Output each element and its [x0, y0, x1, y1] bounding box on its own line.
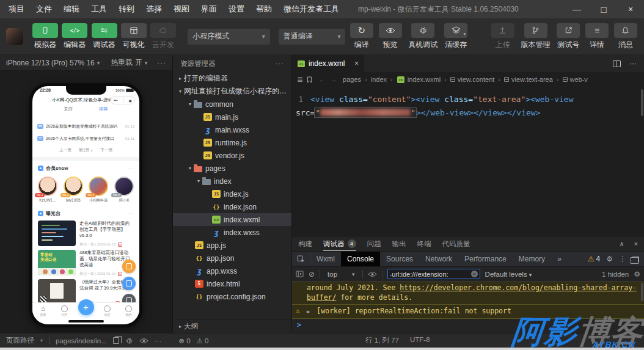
devtools-settings-icon[interactable]: ⚙: [606, 255, 613, 263]
panel-tab-debugger[interactable]: 调试器4: [323, 237, 356, 251]
console-scrollbar[interactable]: [641, 283, 643, 301]
feed-item[interactable]: 2026最新版本刺激零撸城程子系统源码 01-12: [37, 122, 134, 131]
preview-button[interactable]: 预览: [378, 23, 403, 50]
errors-counter[interactable]: ⊗ 0: [178, 337, 190, 345]
miniapp-capsule[interactable]: ••• ◉: [111, 96, 135, 104]
warnings-counter[interactable]: ⚠ 0: [197, 337, 209, 345]
tabbar-me[interactable]: 我的: [121, 305, 137, 316]
toggle-visual[interactable]: 可视化: [120, 23, 147, 50]
tree-file-vendor-js[interactable]: JSvendor.js: [173, 149, 291, 162]
crumb-index-wxml[interactable]: <>index.wxml: [397, 76, 441, 84]
menu-help[interactable]: 帮助: [256, 4, 272, 15]
code-area[interactable]: 1 <view class="content"><view class="tex…: [292, 87, 644, 120]
menu-edit[interactable]: 编辑: [64, 4, 79, 15]
menu-goto[interactable]: 转到: [119, 4, 134, 15]
floating-action-orange[interactable]: [122, 260, 136, 273]
section-outline[interactable]: ▸ 大纲: [173, 319, 291, 333]
simulator-more-button[interactable]: ···: [157, 59, 166, 67]
tree-file-index-js[interactable]: JSindex.js: [173, 188, 291, 200]
compile-mode-select[interactable]: 普通编译 ▾: [279, 29, 346, 45]
user-avatar[interactable]: [6, 28, 23, 45]
devtools-tab-memory[interactable]: Memory: [513, 252, 551, 266]
filter-input[interactable]: [390, 271, 470, 278]
eye-icon[interactable]: [368, 271, 377, 277]
bug-icon[interactable]: [125, 337, 133, 345]
devtools-tab-network[interactable]: Network: [419, 252, 458, 266]
floating-action-blue[interactable]: [122, 277, 136, 290]
mode-select[interactable]: 小程序模式 ▾: [188, 29, 270, 45]
page-select[interactable]: 第1页 ∨: [79, 147, 93, 153]
version-control-button[interactable]: 版本管理: [519, 23, 552, 50]
eye-icon[interactable]: [139, 338, 148, 344]
tab-recommend[interactable]: 推荐: [99, 106, 108, 112]
clear-console-icon[interactable]: ⊘: [309, 270, 315, 279]
encoding[interactable]: UTF-8: [410, 336, 430, 345]
toggle-debugger[interactable]: 调试器: [90, 23, 117, 50]
messages-button[interactable]: 消息: [613, 23, 638, 50]
section-more-button[interactable]: ···: [127, 211, 134, 216]
menu-select[interactable]: 选择: [146, 4, 162, 15]
bookmark-icon[interactable]: [307, 76, 312, 83]
crumb-pages[interactable]: pages: [343, 76, 361, 83]
expand-icon[interactable]: ▶: [307, 308, 310, 315]
crumb-web-view[interactable]: web-v: [563, 76, 588, 83]
menu-settings[interactable]: 设置: [229, 4, 244, 15]
panel-close-icon[interactable]: ×: [634, 240, 638, 248]
tree-file-index-json[interactable]: {}index.json: [173, 200, 291, 213]
tree-file-index-wxml[interactable]: <>index.wxml: [173, 213, 291, 226]
hot-reload-toggle[interactable]: 热重载 开: [111, 57, 142, 68]
member-item[interactable]: No.3 小K网牛逼: [86, 177, 111, 203]
tree-file-app-json[interactable]: {}app.json: [173, 252, 291, 264]
log-levels-select[interactable]: Default levels ▾: [485, 271, 532, 278]
toggle-editor[interactable]: </> 编辑器: [61, 23, 88, 50]
capsule-close-icon[interactable]: ◉: [128, 98, 131, 103]
warning-counter[interactable]: ⚠ 4: [588, 255, 600, 263]
devtools-tab-console[interactable]: Console: [341, 252, 380, 266]
tab-index-wxml[interactable]: <> index.wxml ×: [292, 55, 364, 72]
tree-folder-index[interactable]: ▾ index: [173, 175, 291, 188]
crumb-view-text-area[interactable]: view.text-area: [504, 76, 553, 83]
panel-tab-code-quality[interactable]: 代码质量: [442, 237, 470, 251]
tree-file-runtime-js[interactable]: JSruntime.js: [173, 136, 291, 149]
next-page-button[interactable]: 下一页: [100, 147, 112, 153]
devtools-menu-icon[interactable]: ⋮: [619, 255, 626, 263]
devtools-tab-sources[interactable]: Sources: [380, 252, 419, 266]
split-editor-icon[interactable]: [613, 60, 621, 67]
section-more-button[interactable]: ···: [127, 166, 134, 171]
minimize-button[interactable]: —: [563, 0, 590, 18]
tab-follow[interactable]: 关注: [64, 106, 73, 112]
close-button[interactable]: ×: [617, 0, 644, 18]
panel-tab-output[interactable]: 输出: [392, 237, 406, 251]
tabbar-feed[interactable]: 动态: [100, 305, 115, 316]
article-item[interactable]: 零基础英语口语 488集零基础英语口语动画，场景化学习轻松开口说英语 最佳一章 …: [38, 250, 134, 277]
devtools-tab-performance[interactable]: Performance: [458, 252, 513, 266]
context-select[interactable]: top ▾: [325, 271, 357, 278]
menu-devtools[interactable]: 微信开发者工具: [284, 4, 339, 15]
tree-file-app-wxss[interactable]: ʒapp.wxss: [173, 264, 291, 277]
section-project-root[interactable]: ▾ 网址直接打包成微信小程序的源码: [173, 85, 291, 98]
tree-file-project-config[interactable]: {}project.config.json: [173, 290, 291, 303]
real-device-debug-button[interactable]: 真机调试: [406, 23, 440, 50]
console-sidebar-icon[interactable]: [296, 271, 304, 277]
member-item[interactable]: No.2 lwy1995: [61, 177, 86, 203]
panel-tab-build[interactable]: 构建: [298, 237, 312, 251]
panel-tab-problems[interactable]: 问题: [367, 237, 381, 251]
cursor-position[interactable]: 行 1, 列 77: [365, 336, 399, 345]
clear-filter-icon[interactable]: ×: [471, 271, 478, 277]
menu-file[interactable]: 文件: [36, 4, 52, 15]
tree-file-app-js[interactable]: JSapp.js: [173, 239, 291, 252]
tree-file-main-wxss[interactable]: ʒmain.wxss: [173, 123, 291, 136]
outline-list-icon[interactable]: ≣: [297, 75, 303, 84]
tree-folder-common[interactable]: ▾ common: [173, 98, 291, 111]
section-open-editors[interactable]: ▸ 打开的编辑器: [173, 72, 291, 85]
console-filter[interactable]: ×: [387, 269, 480, 279]
more-tabs-icon[interactable]: »: [551, 252, 568, 266]
console-settings-icon[interactable]: ⚙: [634, 270, 640, 279]
member-item[interactable]: No.4 邓小K: [112, 177, 136, 203]
tree-file-index-wxss[interactable]: ʒindex.wxss: [173, 226, 291, 239]
devtools-tab-wxml[interactable]: Wxml: [310, 252, 341, 266]
feed-item[interactable]: 2026个人发卡网系统,不需要支付接口 01-11: [37, 134, 134, 144]
maximize-button[interactable]: □: [590, 0, 617, 18]
tree-file-index-html[interactable]: 5index.html: [173, 277, 291, 290]
menu-tools[interactable]: 工具: [91, 4, 107, 15]
